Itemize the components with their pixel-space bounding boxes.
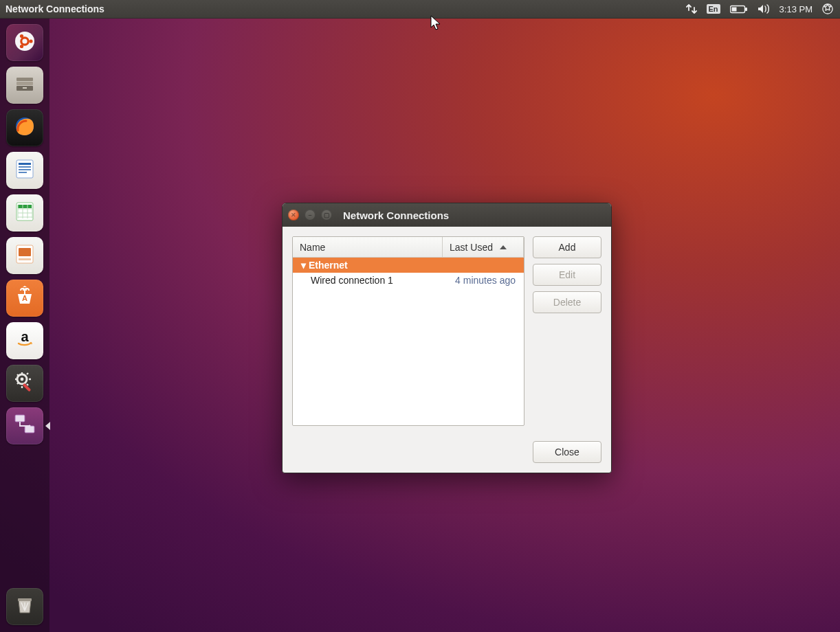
launcher-dash[interactable] [6, 24, 43, 61]
svg-rect-22 [19, 258, 31, 260]
launcher-impress[interactable] [6, 237, 43, 274]
svg-rect-15 [19, 166, 31, 168]
window-maximize-icon[interactable]: ▢ [321, 210, 332, 221]
svg-rect-17 [19, 172, 27, 173]
connection-group-header[interactable]: ▾ Ethernet [293, 258, 524, 273]
svg-rect-32 [18, 598, 32, 601]
top-menubar: Network Connections En 3:13 PM [0, 0, 840, 19]
launcher-firefox[interactable] [6, 109, 43, 146]
active-window-title: Network Connections [5, 3, 104, 14]
calc-icon [14, 201, 36, 225]
trash-icon [13, 594, 36, 620]
svg-rect-23 [23, 289, 27, 291]
svg-point-6 [20, 34, 23, 38]
svg-point-31 [29, 425, 31, 427]
amazon-icon: a [13, 328, 36, 354]
session-indicator-icon[interactable] [822, 3, 833, 14]
connection-row[interactable]: Wired connection 14 minutes ago [293, 273, 524, 288]
close-button[interactable]: Close [533, 441, 601, 463]
firefox-icon [12, 114, 37, 142]
launcher-settings[interactable] [6, 365, 43, 402]
network-indicator-icon[interactable] [686, 4, 697, 14]
svg-rect-9 [16, 82, 33, 85]
launcher-writer[interactable] [6, 152, 43, 189]
svg-text:A: A [22, 294, 27, 302]
impress-icon [14, 243, 36, 268]
launcher-amazon[interactable]: a [6, 322, 43, 359]
network-icon [11, 411, 38, 441]
launcher-software[interactable]: A [6, 280, 43, 317]
column-header-last-used[interactable]: Last Used [443, 237, 524, 257]
files-icon [13, 72, 36, 98]
software-icon: A [14, 286, 36, 311]
window-close-icon[interactable]: ✕ [288, 210, 299, 221]
svg-rect-29 [15, 415, 25, 422]
svg-rect-14 [19, 163, 31, 165]
network-connections-window: ✕ – ▢ Network Connections Name Last Used… [282, 203, 612, 473]
connections-list[interactable]: Name Last Used ▾ EthernetWired connectio… [292, 236, 524, 426]
svg-point-7 [20, 45, 23, 48]
battery-indicator-icon[interactable] [730, 5, 748, 14]
column-header-name[interactable]: Name [293, 237, 443, 257]
unity-launcher: Aa [0, 19, 49, 632]
svg-rect-19 [18, 205, 32, 208]
clock-indicator[interactable]: 3:13 PM [780, 4, 813, 14]
connection-name: Wired connection 1 [311, 275, 455, 286]
window-title: Network Connections [343, 210, 449, 221]
connection-last-used: 4 minutes ago [455, 275, 516, 286]
settings-icon [13, 370, 36, 396]
launcher-network-connections[interactable] [6, 407, 43, 444]
window-titlebar[interactable]: ✕ – ▢ Network Connections [283, 203, 611, 227]
launcher-calc[interactable] [6, 194, 43, 232]
svg-rect-2 [731, 7, 736, 11]
svg-rect-11 [23, 87, 27, 89]
ubuntu-icon [13, 30, 36, 56]
svg-rect-1 [745, 8, 747, 11]
writer-icon [14, 158, 36, 183]
svg-rect-8 [16, 78, 33, 81]
window-minimize-icon[interactable]: – [305, 210, 316, 221]
sound-indicator-icon[interactable] [758, 4, 770, 14]
indicator-area: En 3:13 PM [686, 3, 840, 14]
keyboard-lang-indicator[interactable]: En [707, 4, 720, 14]
svg-point-5 [29, 39, 32, 43]
svg-point-27 [21, 378, 24, 381]
delete-button[interactable]: Delete [533, 291, 601, 313]
launcher-trash[interactable] [6, 588, 43, 625]
svg-rect-21 [19, 248, 31, 256]
svg-text:a: a [21, 329, 29, 344]
launcher-files[interactable] [6, 67, 43, 104]
add-button[interactable]: Add [533, 236, 601, 258]
svg-rect-16 [19, 169, 31, 170]
sort-ascending-icon [500, 245, 507, 249]
edit-button[interactable]: Edit [533, 264, 601, 286]
